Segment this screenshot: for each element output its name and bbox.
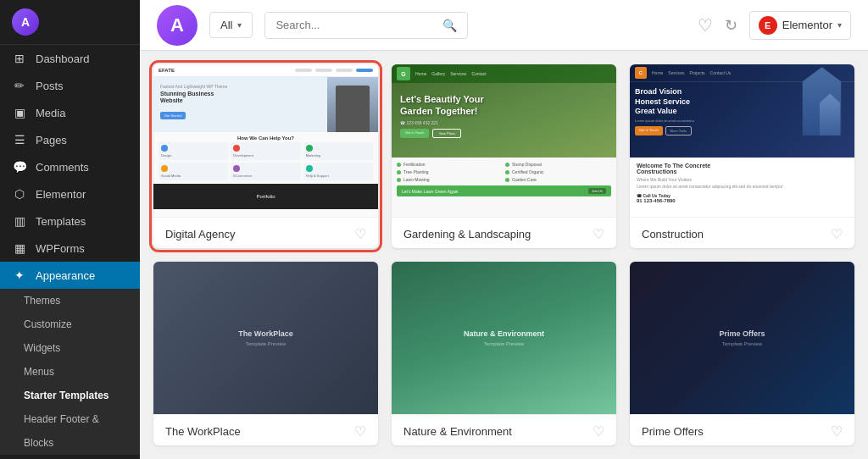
elementor-label: Elementor bbox=[782, 19, 832, 31]
card-title-digital-agency: Digital Agency bbox=[165, 228, 235, 241]
card-image-construction: C Home Services Projects Contact Us Broa… bbox=[630, 64, 854, 217]
sidebar-label-templates: Templates bbox=[36, 215, 86, 228]
card-footer-gardening: Gardening & Landscaping ♡ bbox=[392, 217, 616, 248]
media-icon: ▣ bbox=[12, 106, 27, 119]
topbar-right: ♡ ↻ E Elementor ▾ bbox=[698, 11, 851, 40]
card-favorite-gardening[interactable]: ♡ bbox=[593, 226, 604, 242]
submenu-starter-templates[interactable]: Starter Templates bbox=[0, 384, 140, 407]
card-title-construction: Construction bbox=[642, 228, 704, 241]
starter-templates-label: Starter Templates bbox=[24, 390, 108, 401]
card-title-nature: Nature & Environment bbox=[403, 425, 512, 438]
card-footer-prime-offers: Prime Offers ♡ bbox=[630, 414, 854, 445]
topbar: A All ▾ 🔍 ♡ ↻ E Elementor ▾ bbox=[140, 0, 868, 51]
sidebar-label-posts: Posts bbox=[36, 80, 64, 92]
elementor-logo: E bbox=[759, 16, 777, 35]
dashboard-icon: ⊞ bbox=[12, 52, 27, 65]
sidebar: A ⊞ Dashboard ✏ Posts ▣ Media ☰ Pages 💬 … bbox=[0, 0, 140, 459]
main-area: A All ▾ 🔍 ♡ ↻ E Elementor ▾ EFA bbox=[140, 0, 868, 459]
card-footer-workplace: The WorkPlace ♡ bbox=[153, 414, 378, 445]
submenu-header-footer[interactable]: Header Footer & bbox=[0, 407, 140, 431]
submenu-menus[interactable]: Menus bbox=[0, 360, 140, 384]
card-favorite-prime-offers[interactable]: ♡ bbox=[831, 423, 843, 440]
templates-grid: EFATE Fastest And Lightweight WP Theme S… bbox=[140, 51, 868, 459]
sidebar-label-comments: Comments bbox=[36, 161, 89, 174]
elementor-chevron-icon: ▾ bbox=[837, 20, 842, 30]
sidebar-label-wpforms: WPForms bbox=[36, 242, 85, 255]
sidebar-item-wpforms[interactable]: ▦ WPForms bbox=[0, 235, 140, 262]
elementor-badge[interactable]: E Elementor ▾ bbox=[749, 11, 851, 40]
customize-label: Customize bbox=[24, 318, 72, 330]
site-logo: A bbox=[12, 8, 39, 36]
submenu-blocks[interactable]: Blocks bbox=[0, 431, 140, 455]
card-favorite-digital-agency[interactable]: ♡ bbox=[354, 226, 366, 242]
posts-icon: ✏ bbox=[12, 79, 27, 92]
template-card-digital-agency[interactable]: EFATE Fastest And Lightweight WP Theme S… bbox=[153, 64, 378, 248]
appearance-submenu: Themes Customize Widgets Menus Starter T… bbox=[0, 289, 140, 455]
card-image-prime-offers: Prime Offers Template Preview bbox=[630, 262, 854, 414]
favorites-icon[interactable]: ♡ bbox=[698, 15, 713, 36]
submenu-customize[interactable]: Customize bbox=[0, 312, 140, 336]
card-image-workplace: The WorkPlace Template Preview bbox=[153, 262, 378, 414]
filter-value: All bbox=[220, 19, 232, 31]
comments-icon: 💬 bbox=[12, 160, 27, 174]
header-footer-label: Header Footer & bbox=[24, 413, 99, 425]
card-footer-construction: Construction ♡ bbox=[630, 217, 854, 248]
astra-logo: A bbox=[157, 5, 198, 46]
sidebar-item-pages[interactable]: ☰ Pages bbox=[0, 126, 140, 153]
template-card-construction[interactable]: C Home Services Projects Contact Us Broa… bbox=[630, 64, 854, 248]
card-image-digital-agency: EFATE Fastest And Lightweight WP Theme S… bbox=[153, 64, 378, 217]
sidebar-logo: A bbox=[0, 0, 140, 45]
card-image-gardening: G Home Gallery Services Contact Let's Be… bbox=[392, 64, 616, 217]
submenu-widgets[interactable]: Widgets bbox=[0, 336, 140, 360]
templates-icon: ▥ bbox=[12, 214, 27, 228]
sidebar-label-appearance: Appearance bbox=[36, 269, 95, 282]
sidebar-label-elementor: Elementor bbox=[36, 188, 86, 201]
appearance-icon: ✦ bbox=[12, 268, 27, 282]
elementor-icon: ⬡ bbox=[12, 187, 27, 201]
submenu-themes[interactable]: Themes bbox=[0, 289, 140, 312]
search-box: 🔍 bbox=[264, 12, 468, 39]
search-icon: 🔍 bbox=[442, 19, 457, 32]
template-card-workplace[interactable]: The WorkPlace Template Preview The WorkP… bbox=[153, 262, 378, 445]
themes-label: Themes bbox=[24, 295, 60, 307]
filter-chevron-icon: ▾ bbox=[237, 20, 242, 30]
sidebar-item-elementor[interactable]: ⬡ Elementor bbox=[0, 180, 140, 207]
template-card-nature[interactable]: Nature & Environment Template Preview Na… bbox=[392, 262, 616, 445]
filter-dropdown[interactable]: All ▾ bbox=[209, 12, 253, 38]
sidebar-item-posts[interactable]: ✏ Posts bbox=[0, 72, 140, 99]
sidebar-item-appearance[interactable]: ✦ Appearance bbox=[0, 262, 140, 289]
card-footer-digital-agency: Digital Agency ♡ bbox=[153, 217, 378, 248]
refresh-icon[interactable]: ↻ bbox=[725, 16, 737, 35]
menus-label: Menus bbox=[24, 366, 54, 378]
card-favorite-construction[interactable]: ♡ bbox=[831, 226, 843, 242]
widgets-label: Widgets bbox=[24, 342, 60, 354]
card-footer-nature: Nature & Environment ♡ bbox=[392, 414, 616, 445]
sidebar-label-pages: Pages bbox=[36, 134, 67, 147]
sidebar-item-media[interactable]: ▣ Media bbox=[0, 99, 140, 126]
template-card-prime-offers[interactable]: Prime Offers Template Preview Prime Offe… bbox=[630, 262, 854, 445]
sidebar-item-templates[interactable]: ▥ Templates bbox=[0, 207, 140, 235]
blocks-label: Blocks bbox=[24, 437, 53, 449]
sidebar-label-media: Media bbox=[36, 107, 65, 119]
sidebar-item-dashboard[interactable]: ⊞ Dashboard bbox=[0, 45, 140, 72]
card-title-prime-offers: Prime Offers bbox=[642, 425, 704, 438]
sidebar-item-comments[interactable]: 💬 Comments bbox=[0, 153, 140, 180]
wpforms-icon: ▦ bbox=[12, 241, 27, 255]
card-title-workplace: The WorkPlace bbox=[165, 425, 241, 438]
sidebar-label-dashboard: Dashboard bbox=[36, 53, 90, 65]
card-favorite-nature[interactable]: ♡ bbox=[593, 423, 604, 440]
pages-icon: ☰ bbox=[12, 133, 27, 147]
search-input[interactable] bbox=[275, 19, 436, 31]
card-favorite-workplace[interactable]: ♡ bbox=[354, 423, 366, 440]
template-card-gardening[interactable]: G Home Gallery Services Contact Let's Be… bbox=[392, 64, 616, 248]
card-title-gardening: Gardening & Landscaping bbox=[403, 228, 531, 241]
card-image-nature: Nature & Environment Template Preview bbox=[392, 262, 616, 414]
